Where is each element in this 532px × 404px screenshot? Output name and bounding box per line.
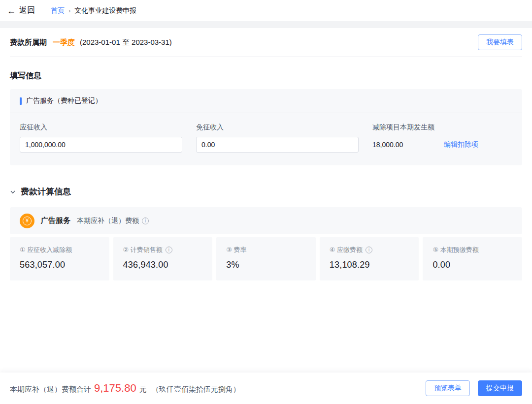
card-billing-sales: ② 计费销售额 i 436,943.00	[113, 237, 213, 280]
breadcrumb: 首页 › 文化事业建设费申报	[51, 6, 136, 15]
breadcrumb-separator-icon: ›	[68, 7, 70, 14]
header-divider-strip	[0, 21, 532, 28]
deduction-field: 减除项目本期发生额 18,000.00 编辑扣除项	[372, 123, 478, 153]
footer-actions: 预览表单 提交申报	[426, 380, 522, 396]
period-info: 费款所属期 一季度 (2023-01-01 至 2023-03-31)	[10, 38, 172, 47]
footer-bar: 本期应补（退）费额合计 9,175.80 元 （玖仟壹佰柒拾伍元捌角） 预览表单…	[0, 373, 532, 404]
card-label: ⑤ 本期预缴费额	[432, 246, 512, 254]
footer-total-label: 本期应补（退）费额合计	[10, 385, 91, 394]
coin-icon: ¥	[20, 214, 34, 228]
taxable-income-input[interactable]	[20, 137, 182, 153]
period-range: (2023-01-01 至 2023-03-31)	[80, 38, 172, 47]
calc-section-title: 费款计算信息	[21, 186, 71, 197]
card-label: ① 应征收入减除额	[20, 246, 100, 254]
card-label-text: ④ 应缴费额	[330, 246, 363, 254]
card-value: 3%	[226, 260, 306, 270]
period-value: 一季度	[53, 38, 75, 47]
card-label: ④ 应缴费额 i	[330, 246, 409, 254]
card-label: ② 计费销售额 i	[123, 246, 203, 254]
fee-service-name: 广告服务	[41, 216, 70, 225]
fee-summary-band: ¥ 广告服务 本期应补（退）费额 i	[10, 207, 522, 234]
calc-section-header: 费款计算信息	[10, 186, 522, 197]
card-label-text: ② 计费销售额	[123, 246, 163, 254]
deduction-value: 18,000.00	[372, 141, 444, 149]
back-button[interactable]: ← 返回	[7, 5, 35, 16]
back-label: 返回	[19, 5, 35, 16]
fill-section-title: 填写信息	[10, 71, 522, 81]
exempt-income-field: 免征收入	[196, 123, 372, 153]
info-icon[interactable]: i	[166, 247, 172, 253]
preview-form-button[interactable]: 预览表单	[426, 380, 470, 396]
deduction-value-row: 18,000.00 编辑扣除项	[372, 140, 478, 149]
deduction-label: 减除项目本期发生额	[372, 123, 478, 132]
period-header: 费款所属期 一季度 (2023-01-01 至 2023-03-31) 我要填表	[10, 28, 522, 57]
fill-form-button[interactable]: 我要填表	[478, 34, 522, 50]
submit-declaration-button[interactable]: 提交申报	[478, 380, 522, 396]
fill-panel: 广告服务（费种已登记） 应征收入 免征收入 减除项目本期发生额 18,000.0…	[10, 89, 522, 165]
footer-total-amount: 9,175.80	[94, 382, 136, 395]
exempt-income-input[interactable]	[196, 137, 359, 153]
card-label-text: ③ 费率	[226, 246, 246, 254]
info-icon[interactable]: i	[366, 247, 372, 253]
footer-amount-unit: 元	[139, 385, 147, 394]
footer-total: 本期应补（退）费额合计 9,175.80 元 （玖仟壹佰柒拾伍元捌角）	[10, 382, 240, 395]
card-payable-fee: ④ 应缴费额 i 13,108.29	[320, 237, 419, 280]
accent-bar	[20, 97, 22, 105]
edit-deduction-link[interactable]: 编辑扣除项	[444, 140, 478, 149]
coin-currency-glyph: ¥	[23, 217, 32, 225]
card-taxable-deduction: ① 应征收入减除额 563,057.00	[10, 237, 109, 280]
back-arrow-icon: ←	[7, 6, 16, 15]
card-value: 0.00	[432, 260, 512, 270]
calc-cards: ① 应征收入减除额 563,057.00 ② 计费销售额 i 436,943.0…	[10, 237, 522, 280]
card-fee-rate: ③ 费率 3%	[216, 237, 316, 280]
card-value: 436,943.00	[123, 260, 203, 270]
card-value: 563,057.00	[20, 260, 100, 270]
info-icon[interactable]: i	[142, 218, 149, 224]
topbar: ← 返回 首页 › 文化事业建设费申报	[0, 0, 532, 21]
card-prepaid-fee: ⑤ 本期预缴费额 0.00	[423, 237, 522, 280]
fill-form: 应征收入 免征收入 减除项目本期发生额 18,000.00 编辑扣除项	[10, 113, 522, 165]
chevron-down-icon[interactable]	[10, 189, 16, 195]
card-label-text: ① 应征收入减除额	[20, 246, 72, 254]
card-label: ③ 费率	[226, 246, 306, 254]
taxable-income-label: 应征收入	[20, 123, 196, 132]
main-content: 费款所属期 一季度 (2023-01-01 至 2023-03-31) 我要填表…	[0, 28, 532, 280]
exempt-income-label: 免征收入	[196, 123, 372, 132]
taxable-income-field: 应征收入	[20, 123, 196, 153]
period-label: 费款所属期	[10, 38, 47, 47]
breadcrumb-current: 文化事业建设费申报	[74, 6, 136, 15]
service-header: 广告服务（费种已登记）	[10, 89, 522, 113]
footer-amount-capital: （玖仟壹佰柒拾伍元捌角）	[152, 385, 240, 394]
service-header-label: 广告服务（费种已登记）	[26, 96, 102, 105]
card-label-text: ⑤ 本期预缴费额	[432, 246, 478, 254]
breadcrumb-home[interactable]: 首页	[51, 6, 65, 15]
fee-service-desc: 本期应补（退）费额	[77, 217, 139, 225]
card-value: 13,108.29	[330, 260, 409, 270]
